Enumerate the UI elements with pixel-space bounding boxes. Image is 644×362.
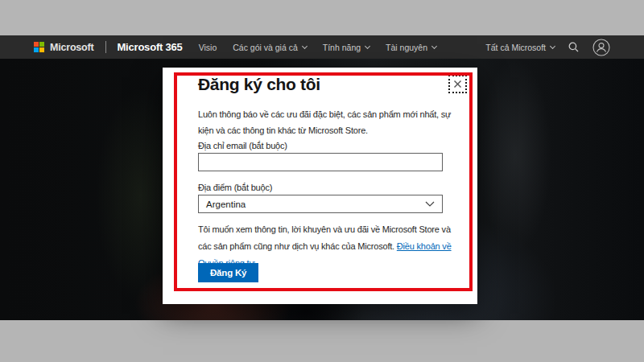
- close-icon: [453, 80, 462, 88]
- top-navbar: Microsoft Microsoft 365 Visio Các gói và…: [0, 35, 644, 59]
- search-button[interactable]: [568, 42, 579, 52]
- nav-item-visio[interactable]: Visio: [199, 43, 217, 52]
- chevron-down-icon: [550, 43, 555, 48]
- nav-item-label: Tính năng: [323, 43, 361, 52]
- search-icon: [568, 42, 579, 52]
- nav-item-label: Các gói và giá cả: [233, 43, 298, 52]
- microsoft-home-link[interactable]: Microsoft: [34, 42, 93, 53]
- location-selected-value: Argentina: [206, 200, 425, 209]
- nav-all-microsoft[interactable]: Tất cả Microsoft: [485, 43, 555, 52]
- location-label: Địa điểm (bắt buộc): [198, 183, 272, 192]
- microsoft-logo-text: Microsoft: [50, 42, 93, 53]
- nav-product-microsoft-365[interactable]: Microsoft 365: [117, 41, 182, 53]
- chevron-down-icon: [365, 43, 370, 48]
- nav-divider: [105, 41, 106, 53]
- close-button[interactable]: [448, 75, 467, 93]
- nav-item-label: Visio: [199, 43, 217, 52]
- page: Microsoft Microsoft 365 Visio Các gói và…: [0, 0, 644, 362]
- microsoft-logo-icon: [34, 42, 44, 52]
- dialog-description: Luôn thông báo về các ưu đãi đặc biệt, c…: [198, 106, 452, 138]
- letterbox-top: [0, 0, 644, 35]
- location-select[interactable]: Argentina: [198, 195, 443, 213]
- navbar-right: Tất cả Microsoft: [485, 39, 610, 56]
- signup-submit-button[interactable]: Đăng Ký: [198, 263, 258, 282]
- nav-item-label: Tất cả Microsoft: [485, 43, 546, 52]
- email-label: Địa chỉ email (bắt buộc): [198, 141, 287, 150]
- chevron-down-icon: [431, 43, 437, 48]
- account-icon: [592, 39, 610, 56]
- nav-item-label: Tài nguyên: [386, 43, 427, 52]
- email-field[interactable]: [198, 153, 443, 171]
- dialog-title: Đăng ký cho tôi: [198, 75, 320, 94]
- nav-item-resources[interactable]: Tài nguyên: [386, 43, 436, 52]
- nav-item-features[interactable]: Tính năng: [323, 43, 369, 52]
- account-button[interactable]: [592, 39, 610, 56]
- signup-dialog: Đăng ký cho tôi Luôn thông báo về các ưu…: [163, 68, 477, 304]
- chevron-down-icon: [302, 43, 308, 48]
- letterbox-bottom: [0, 320, 644, 362]
- nav-item-plans-pricing[interactable]: Các gói và giá cả: [233, 43, 307, 52]
- chevron-down-icon: [425, 201, 435, 207]
